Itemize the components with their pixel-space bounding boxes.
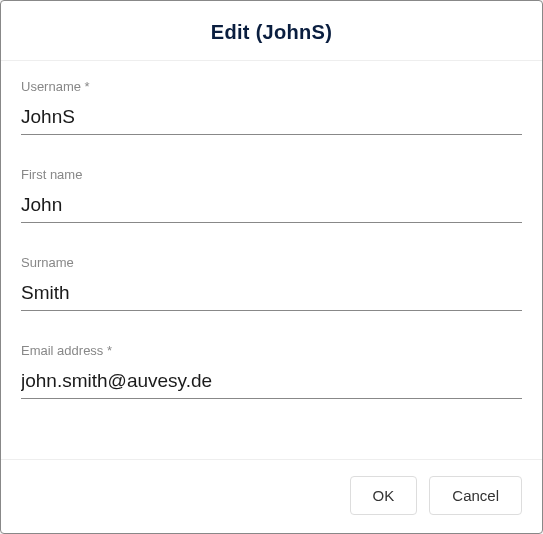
ok-button[interactable]: OK [350, 476, 418, 515]
field-email: Email address * [21, 343, 522, 399]
dialog-header: Edit (JohnS) [1, 1, 542, 61]
field-username: Username * [21, 79, 522, 135]
edit-user-dialog: Edit (JohnS) Username * First name Surna… [0, 0, 543, 534]
surname-label: Surname [21, 255, 522, 270]
username-label: Username * [21, 79, 522, 94]
dialog-body: Username * First name Surname Email addr… [1, 61, 542, 459]
dialog-title: Edit (JohnS) [17, 21, 526, 44]
firstname-input[interactable] [21, 190, 522, 223]
surname-input[interactable] [21, 278, 522, 311]
email-label: Email address * [21, 343, 522, 358]
dialog-footer: OK Cancel [1, 459, 542, 533]
cancel-button[interactable]: Cancel [429, 476, 522, 515]
field-firstname: First name [21, 167, 522, 223]
email-input[interactable] [21, 366, 522, 399]
firstname-label: First name [21, 167, 522, 182]
username-input[interactable] [21, 102, 522, 135]
field-surname: Surname [21, 255, 522, 311]
